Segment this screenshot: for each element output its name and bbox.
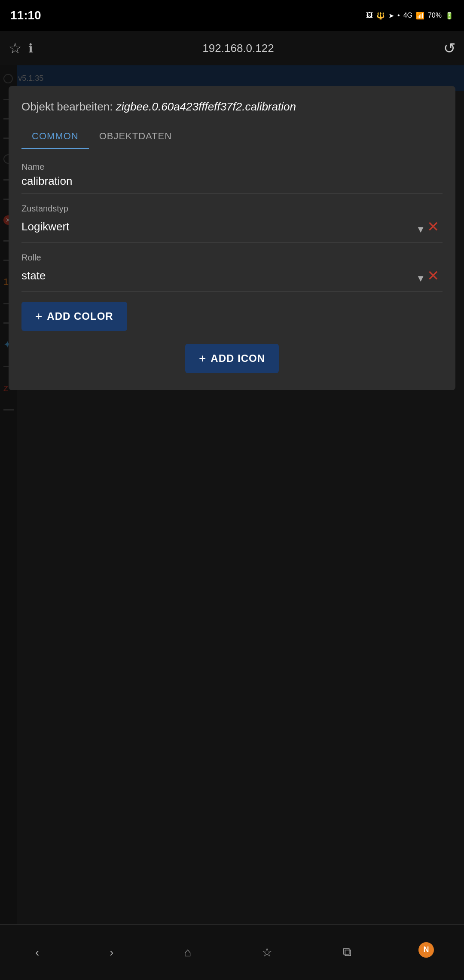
nav-menu[interactable]: ≡ N <box>422 946 429 959</box>
add-color-plus-icon: + <box>35 309 43 323</box>
rolle-select[interactable]: state <box>21 269 424 282</box>
rolle-clear-icon[interactable]: ✕ <box>424 265 443 286</box>
tab-objektdaten[interactable]: OBJEKTDATEN <box>89 125 183 149</box>
add-icon-label: ADD ICON <box>211 352 265 364</box>
nav-tabs[interactable]: ⧉ <box>343 945 351 959</box>
status-bar: 11:10 🖼 🔱 ➤ • 4G 📶 70% 🔋 <box>0 0 464 31</box>
rolle-label: Rolle <box>21 253 443 263</box>
dot-icon: • <box>397 12 400 19</box>
name-field-group: Name calibration <box>21 162 443 193</box>
status-time: 11:10 <box>10 9 41 22</box>
home-icon: ⌂ <box>184 946 191 959</box>
name-label: Name <box>21 162 443 172</box>
zustandstyp-field-group: Zustandstyp Logikwert ▼ ✕ <box>21 204 443 242</box>
rolle-chevron-icon: ▼ <box>416 273 425 284</box>
dialog-title-prefix: Objekt bearbeiten: <box>21 100 116 113</box>
nav-forward[interactable]: › <box>110 946 113 959</box>
add-icon-plus-icon: + <box>199 352 206 365</box>
battery-icon: 🔋 <box>445 12 454 20</box>
notification-badge: N <box>418 942 434 958</box>
add-color-label: ADD COLOR <box>47 310 113 322</box>
photo-icon: 🖼 <box>366 12 373 19</box>
url-bar[interactable]: 192.168.0.122 <box>40 42 437 55</box>
rolle-value: state <box>21 269 424 282</box>
dialog-title: Objekt bearbeiten: zigbee.0.60a423fffeff… <box>21 99 443 114</box>
zustandstyp-clear-icon[interactable]: ✕ <box>424 216 443 237</box>
edit-dialog: Objekt bearbeiten: zigbee.0.60a423fffeff… <box>9 86 455 390</box>
nav-bookmark[interactable]: ☆ <box>262 945 272 959</box>
zustandstyp-row: Logikwert ▼ ✕ <box>21 216 443 237</box>
zustandstyp-label: Zustandstyp <box>21 204 443 214</box>
rolle-row: state ▼ ✕ <box>21 265 443 286</box>
network-label: 4G <box>403 12 412 19</box>
signal-icon: 📶 <box>416 12 424 20</box>
dialog-title-object: zigbee.0.60a423fffeff37f2.calibration <box>116 100 296 113</box>
forward-icon: › <box>110 946 113 959</box>
add-color-button[interactable]: + ADD COLOR <box>21 302 127 331</box>
bottom-nav: ‹ › ⌂ ☆ ⧉ ≡ N <box>0 924 464 980</box>
nav-back[interactable]: ‹ <box>35 946 39 959</box>
dialog-tabs: COMMON OBJEKTDATEN <box>21 125 443 149</box>
bookmark-icon: ☆ <box>262 945 272 959</box>
nav-home[interactable]: ⌂ <box>184 946 191 959</box>
back-icon: ‹ <box>35 946 39 959</box>
name-value[interactable]: calibration <box>21 175 443 188</box>
zustandstyp-select[interactable]: Logikwert <box>21 220 424 233</box>
person-icon: 🔱 <box>376 12 385 20</box>
rolle-field-group: Rolle state ▼ ✕ <box>21 253 443 291</box>
zustandstyp-value: Logikwert <box>21 220 424 233</box>
battery-label: 70% <box>428 12 442 19</box>
status-icons: 🖼 🔱 ➤ • 4G 📶 70% 🔋 <box>366 12 454 20</box>
tabs-icon: ⧉ <box>343 945 351 959</box>
add-icon-button-wrapper: + ADD ICON <box>21 344 443 373</box>
info-icon[interactable]: ℹ <box>28 41 33 55</box>
navigation-icon: ➤ <box>388 12 394 20</box>
reload-icon[interactable]: ↺ <box>443 40 455 57</box>
browser-chrome: ☆ ℹ 192.168.0.122 ↺ <box>0 31 464 65</box>
zustandstyp-chevron-icon: ▼ <box>416 224 425 235</box>
add-icon-button[interactable]: + ADD ICON <box>185 344 279 373</box>
tab-common[interactable]: COMMON <box>21 125 89 149</box>
bookmark-star-icon[interactable]: ☆ <box>9 40 21 57</box>
